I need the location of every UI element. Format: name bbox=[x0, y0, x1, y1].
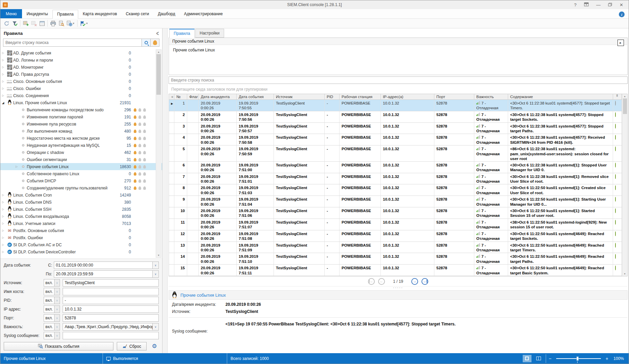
filter-value-input[interactable]: 10.0.1.32 bbox=[63, 305, 159, 313]
column-header[interactable]: Порт bbox=[434, 94, 474, 99]
filter-value-input[interactable]: TestSyslogClient bbox=[63, 279, 159, 287]
expand-icon[interactable]: ▷ bbox=[0, 236, 6, 239]
expand-icon[interactable]: ▷ bbox=[0, 243, 6, 246]
menu-tab-Инциденты[interactable]: Инциденты bbox=[22, 10, 52, 18]
scrollbar-thumb[interactable] bbox=[623, 98, 627, 114]
apply-check-icon[interactable] bbox=[79, 19, 87, 27]
grid-view-button[interactable] bbox=[523, 355, 532, 362]
expand-icon[interactable]: ▷ bbox=[0, 73, 6, 76]
menu-tab-Правила[interactable]: Правила bbox=[52, 10, 79, 19]
table-row[interactable]: 720.09.2019 0:00:2619.09.2019 7:51:01Tes… bbox=[169, 173, 622, 185]
table-row[interactable]: 1420.09.2019 0:00:2619.09.2019 7:51:10Te… bbox=[169, 253, 622, 265]
prev-page-button[interactable]: ← bbox=[378, 278, 385, 285]
minimize-icon[interactable]: — bbox=[596, 3, 601, 7]
tree-item[interactable]: Выполнение команды посредством sudo296 bbox=[0, 106, 162, 113]
tree-item[interactable]: ▷ılıılıciscoCisco. Основные события0 bbox=[0, 78, 162, 85]
expand-icon[interactable]: ▷ bbox=[0, 51, 6, 54]
table-row[interactable]: 420.09.2019 0:00:2619.09.2019 7:50:58Tes… bbox=[169, 134, 622, 145]
menu-tab-Сканер сети[interactable]: Сканер сети bbox=[122, 10, 154, 18]
tree-item[interactable]: Неудачная аутентификация на MySQL15 bbox=[0, 142, 162, 149]
hot-rules-button[interactable] bbox=[151, 39, 159, 47]
zoom-out-button[interactable]: − bbox=[549, 356, 551, 361]
help-icon[interactable]: ? bbox=[574, 3, 577, 7]
expand-icon[interactable]: ▷ bbox=[0, 66, 6, 69]
tree-item[interactable]: ▷ADAD. Права доступа0 bbox=[0, 71, 162, 78]
tree-item[interactable]: ▷ADAD. Логины и пароли0 bbox=[0, 56, 162, 64]
tree-item[interactable]: ▷✉Postfix. Ошибки0 bbox=[0, 234, 162, 241]
tree-item[interactable]: ▷ADAD. Другие события0 bbox=[0, 49, 162, 56]
vertical-splitter[interactable] bbox=[162, 28, 168, 353]
tree-item[interactable]: Изменение политики паролей191 bbox=[0, 113, 162, 120]
menu-tab-Дашборд[interactable]: Дашборд bbox=[153, 10, 179, 18]
tab-Правила[interactable]: Правила bbox=[169, 29, 195, 38]
table-row[interactable]: 1320.09.2019 0:00:2619.09.2019 7:51:09Te… bbox=[169, 242, 622, 253]
tree-item[interactable]: ▷Linux. События DNS380 bbox=[0, 199, 162, 206]
export-globe-icon[interactable] bbox=[65, 19, 73, 27]
column-header[interactable]: Содержание bbox=[508, 94, 613, 99]
show-events-button[interactable]: Показать события bbox=[4, 342, 113, 350]
tree-item[interactable]: Ошибки сегментации31 bbox=[0, 156, 162, 163]
column-header[interactable]: Дата события bbox=[237, 94, 274, 99]
filter-value-input[interactable]: Авар.;Трев.;Крит.;Ошиб.;Предупр.;Увед.;И… bbox=[63, 323, 153, 331]
tree-item[interactable]: Недостаточно места на жестком диске95 bbox=[0, 135, 162, 142]
zoom-in-button[interactable]: + bbox=[606, 356, 608, 361]
sidebar-search-input[interactable] bbox=[3, 39, 142, 47]
horizontal-splitter[interactable]: ····· bbox=[169, 287, 628, 290]
filter-toggle-select[interactable]: вкл.∨ bbox=[44, 305, 60, 313]
card-view-icon[interactable] bbox=[38, 19, 46, 27]
filter-value-input[interactable] bbox=[63, 288, 159, 295]
events-search-input[interactable] bbox=[169, 76, 628, 84]
expand-icon[interactable]: ▷ bbox=[0, 80, 6, 83]
table-row[interactable]: 320.09.2019 0:00:2619.09.2019 7:50:57Tes… bbox=[169, 123, 622, 134]
table-row[interactable]: 620.09.2019 0:00:2619.09.2019 7:51:00Tes… bbox=[169, 162, 622, 173]
expand-icon[interactable]: ▷ bbox=[0, 94, 6, 97]
tree-item[interactable]: Создание/удаление группы пользователей91… bbox=[0, 184, 162, 191]
table-row[interactable]: 1220.09.2019 0:00:2619.09.2019 7:51:08Te… bbox=[169, 230, 622, 242]
table-row[interactable]: 1520.09.2019 0:00:2619.09.2019 7:51:11Te… bbox=[169, 265, 622, 276]
last-page-button[interactable]: → bbox=[421, 278, 428, 285]
column-header[interactable]: ∞ bbox=[613, 94, 622, 99]
expand-icon[interactable]: ▷ bbox=[0, 215, 6, 218]
scroll-down-icon[interactable]: ▼ bbox=[624, 272, 626, 276]
tree-item[interactable]: ▷✉Postfix. Основные события0 bbox=[0, 227, 162, 234]
expand-icon[interactable]: ▷ bbox=[0, 194, 6, 197]
tree-item[interactable]: ▷Linux. Учетные записи7013 bbox=[0, 220, 162, 227]
reader-view-button[interactable] bbox=[534, 355, 543, 362]
tree-item[interactable]: Собственное правило Linux0 bbox=[0, 170, 162, 177]
reset-button[interactable]: Сброс bbox=[117, 342, 147, 350]
column-header[interactable]: Источник bbox=[274, 94, 325, 99]
filter-toggle-select[interactable]: вкл.∨ bbox=[44, 314, 60, 322]
column-header[interactable]: № bbox=[174, 94, 187, 99]
filter-toggle-select[interactable]: вкл.∨ bbox=[44, 323, 60, 331]
print-icon[interactable] bbox=[49, 19, 57, 27]
table-row[interactable]: 220.09.2019 0:00:2619.09.2019 7:50:56Tes… bbox=[169, 111, 622, 123]
collapse-sidebar-icon[interactable]: < bbox=[156, 30, 159, 37]
print-preview-icon[interactable] bbox=[57, 19, 65, 27]
filter-value-input[interactable] bbox=[63, 332, 159, 339]
tree-item[interactable]: ▷ADAD. Мониторинг0 bbox=[0, 64, 162, 71]
date-from-input[interactable]: 01.01.2019 00:00:00 bbox=[54, 261, 153, 269]
next-page-button[interactable]: → bbox=[411, 278, 418, 285]
search-button[interactable] bbox=[142, 39, 151, 47]
restore-icon[interactable] bbox=[608, 3, 612, 7]
tree-item[interactable]: ▷Linux. События Cron14249 bbox=[0, 191, 162, 199]
menu-tab-Администрирование[interactable]: Администрирование bbox=[180, 10, 227, 18]
table-row[interactable]: 1120.09.2019 0:00:2619.09.2019 7:51:07Te… bbox=[169, 219, 622, 230]
table-row[interactable]: 1020.09.2019 0:00:2619.09.2019 7:51:06Te… bbox=[169, 207, 622, 219]
menu-tab-Меню[interactable]: Меню bbox=[0, 9, 22, 18]
first-page-button[interactable]: ← bbox=[368, 278, 375, 285]
menu-tab-Карта инцидентов[interactable]: Карта инцидентов bbox=[78, 10, 121, 18]
tree-item[interactable]: ▷Linux. События входа/выхода8058 bbox=[0, 213, 162, 220]
column-header[interactable]: IP-адрес(а) bbox=[381, 94, 434, 99]
scroll-down-icon[interactable]: ▼ bbox=[157, 253, 160, 257]
filter-value-input[interactable]: - bbox=[63, 297, 159, 304]
add-grid-icon[interactable] bbox=[22, 19, 30, 27]
collapse-rule-button[interactable]: « bbox=[617, 40, 624, 46]
grid-scrollbar[interactable]: ▲ ▼ bbox=[622, 94, 627, 276]
pin-window-icon[interactable] bbox=[584, 2, 589, 7]
expand-icon[interactable]: ▷ bbox=[0, 250, 6, 253]
expand-icon[interactable]: ▷ bbox=[0, 229, 6, 232]
info-icon[interactable]: i bbox=[619, 12, 625, 17]
filter-toggle-select[interactable]: вкл.∨ bbox=[44, 297, 60, 304]
scrollbar-thumb[interactable] bbox=[156, 54, 161, 95]
